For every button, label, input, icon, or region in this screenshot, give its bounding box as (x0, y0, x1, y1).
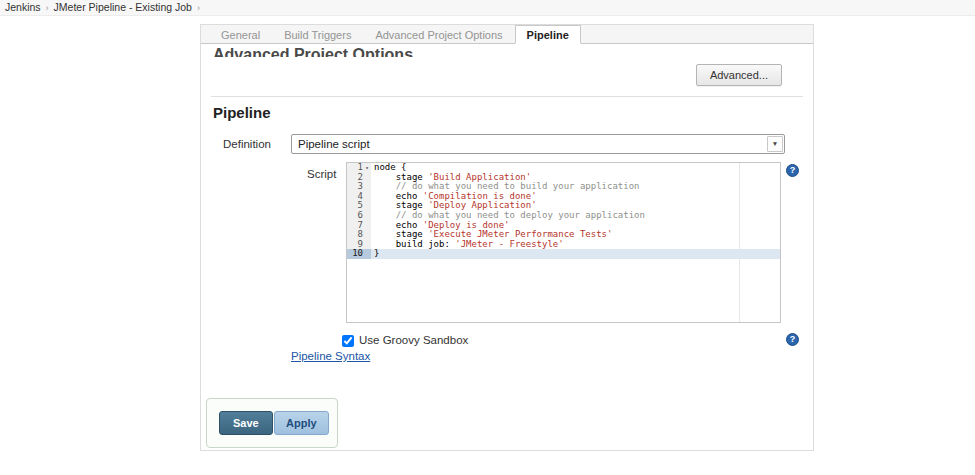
tab-general[interactable]: General (209, 25, 272, 43)
code-line[interactable]: 10} (347, 249, 780, 259)
use-groovy-sandbox-label[interactable]: Use Groovy Sandbox (359, 334, 468, 346)
section-divider (211, 96, 803, 97)
breadcrumb-jenkins[interactable]: Jenkins (5, 1, 41, 13)
pipeline-section-heading: Pipeline (213, 104, 271, 121)
script-help-icon[interactable]: ? (786, 164, 799, 177)
clipped-section-heading-text: Advanced Project Options (213, 46, 413, 57)
definition-select[interactable]: Pipeline script ▼ (291, 134, 785, 154)
code-text: } (371, 249, 379, 259)
code-line[interactable]: 9 build job: 'JMeter - Freestyle' (347, 240, 780, 250)
definition-label: Definition (223, 138, 271, 150)
script-editor[interactable]: 1▾node {2 stage 'Build Application'3 // … (346, 162, 781, 323)
sandbox-help-icon[interactable]: ? (786, 333, 799, 346)
breadcrumb-job[interactable]: JMeter Pipeline - Existing Job (54, 1, 192, 13)
chevron-down-icon[interactable]: ▼ (767, 136, 783, 152)
tab-pipeline[interactable]: Pipeline (515, 25, 581, 44)
bottom-button-bar: Save Apply (206, 398, 338, 448)
breadcrumb-separator-icon: › (46, 3, 49, 13)
script-label: Script (307, 168, 336, 180)
fold-arrow-icon[interactable]: ▾ (363, 163, 371, 173)
breadcrumb-chevron-icon[interactable]: › (197, 3, 200, 13)
tab-advanced-project-options[interactable]: Advanced Project Options (363, 25, 514, 43)
pipeline-syntax-link[interactable]: Pipeline Syntax (291, 350, 370, 362)
apply-button[interactable]: Apply (274, 411, 329, 435)
advanced-button[interactable]: Advanced... (696, 64, 782, 86)
config-panel: GeneralBuild TriggersAdvanced Project Op… (200, 24, 814, 451)
line-number: 10 (347, 249, 371, 259)
use-groovy-sandbox-checkbox[interactable] (342, 335, 354, 347)
definition-select-value: Pipeline script (298, 138, 370, 150)
clipped-section-heading: Advanced Project Options (213, 46, 413, 57)
tab-bar: GeneralBuild TriggersAdvanced Project Op… (201, 25, 813, 44)
tab-build-triggers[interactable]: Build Triggers (272, 25, 363, 43)
breadcrumb: Jenkins›JMeter Pipeline - Existing Job› (0, 0, 975, 16)
code-text: build job: 'JMeter - Freestyle' (371, 240, 564, 250)
save-button[interactable]: Save (219, 411, 273, 435)
